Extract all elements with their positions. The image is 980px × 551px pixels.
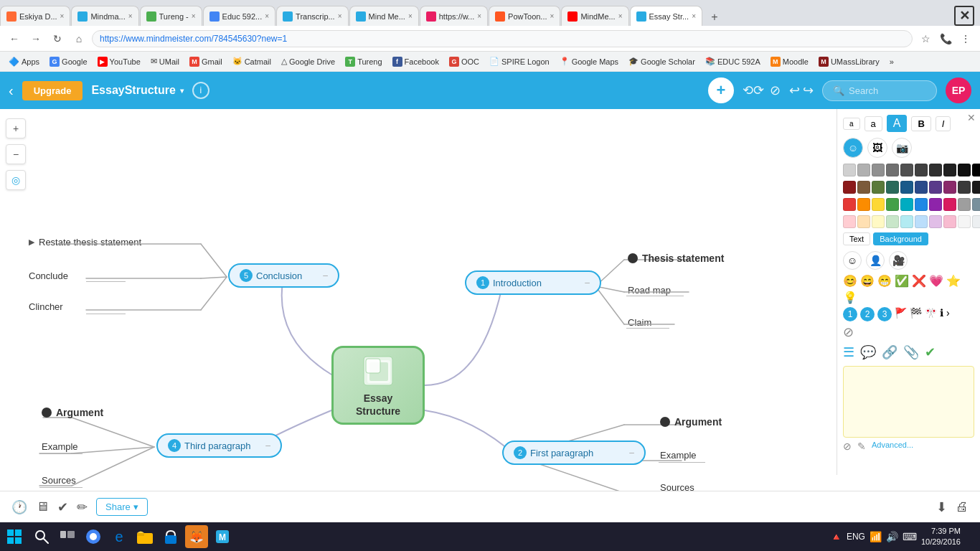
search-box[interactable]: 🔍	[822, 80, 937, 101]
note-edit-button[interactable]: ✎	[857, 441, 866, 452]
color-swatch[interactable]	[900, 164, 913, 176]
tab-educ[interactable]: Educ 592... ×	[203, 6, 276, 26]
node-expand-conclusion[interactable]: –	[323, 270, 328, 281]
address-input[interactable]	[92, 30, 913, 47]
color-swatch[interactable]	[929, 164, 942, 176]
flag-green[interactable]: 🏁	[910, 307, 922, 321]
color-swatch[interactable]	[929, 215, 942, 228]
bookmark-maps[interactable]: 📍Google Maps	[557, 55, 621, 67]
tab-tureng[interactable]: Tureng - ×	[140, 6, 202, 26]
start-button[interactable]	[0, 522, 29, 551]
color-swatch[interactable]	[915, 181, 928, 194]
tab-close-educ[interactable]: ×	[265, 12, 269, 20]
tab-transcrip[interactable]: Transcrip... ×	[276, 6, 348, 26]
num-3[interactable]: 3	[877, 307, 892, 321]
camera-icon-button[interactable]: 📷	[892, 138, 912, 158]
color-swatch[interactable]	[900, 198, 913, 211]
flag-checkered[interactable]: 🎌	[925, 307, 937, 321]
store-taskbar-button[interactable]	[159, 525, 182, 548]
color-swatch[interactable]	[915, 198, 928, 211]
tab-close-mindmap[interactable]: ×	[128, 12, 133, 20]
info-icon[interactable]: ℹ	[940, 307, 943, 321]
color-swatch[interactable]	[900, 181, 913, 194]
smiley-panel-button[interactable]: ☺	[843, 251, 862, 270]
share-mode-button[interactable]: ⟲⟳	[743, 83, 764, 98]
present-button[interactable]: ⊘	[770, 83, 781, 98]
color-swatch[interactable]	[843, 164, 856, 176]
app2-taskbar-button[interactable]: M	[211, 525, 234, 548]
info-button[interactable]: i	[192, 82, 209, 99]
node-first-paragraph[interactable]: 2 First paragraph –	[502, 441, 646, 465]
emoji-x[interactable]: ❌	[912, 274, 926, 288]
app-taskbar-button[interactable]: 🦊	[185, 525, 208, 548]
title-dropdown-arrow[interactable]: ▾	[180, 87, 184, 95]
tab-mindmap[interactable]: Mindma... ×	[71, 6, 138, 26]
emoji-smile[interactable]: 😊	[843, 274, 857, 288]
bookmark-catmail[interactable]: 🐱Catmail	[230, 55, 274, 67]
num-1[interactable]: 1	[843, 307, 857, 321]
new-tab-button[interactable]: +	[706, 9, 723, 26]
tab-close-tureng[interactable]: ×	[192, 12, 196, 20]
flag-red[interactable]: 🚩	[895, 307, 907, 321]
bookmark-tureng[interactable]: T Tureng	[342, 55, 385, 68]
tab-close-mindme2[interactable]: ×	[618, 12, 623, 20]
color-swatch[interactable]	[958, 164, 971, 176]
bookmark-youtube[interactable]: ▶ YouTube	[95, 55, 143, 68]
emoji-happy[interactable]: 😄	[860, 274, 875, 288]
color-swatch[interactable]	[972, 181, 980, 194]
tab-close-mindme[interactable]: ×	[408, 12, 413, 20]
redo-button[interactable]: ↪	[803, 83, 814, 98]
zoom-out-button[interactable]: −	[6, 144, 26, 164]
emoji-star[interactable]: ⭐	[946, 274, 961, 288]
reload-button[interactable]: ↻	[49, 30, 66, 47]
person-icon-button[interactable]: 👤	[866, 251, 885, 270]
tab-eskiya[interactable]: Eskiya D... ×	[0, 6, 70, 26]
bookmark-umail[interactable]: ✉UMail	[148, 55, 182, 67]
emoji-grin[interactable]: 😁	[877, 274, 892, 288]
video-icon-button[interactable]: 🎥	[889, 251, 908, 270]
color-swatch[interactable]	[958, 181, 971, 194]
background-mode-button[interactable]: Background	[873, 232, 928, 245]
color-swatch[interactable]	[915, 164, 928, 176]
node-expand-third-para[interactable]: –	[265, 441, 270, 451]
font-large-button[interactable]: A	[887, 115, 908, 132]
color-swatch[interactable]	[886, 181, 899, 194]
tab-essay-str[interactable]: Essay Str... ×	[630, 6, 702, 26]
font-medium-button[interactable]: a	[864, 116, 882, 131]
color-swatch[interactable]	[929, 198, 942, 211]
bookmark-google[interactable]: G Google	[47, 55, 90, 68]
color-swatch[interactable]	[857, 198, 870, 211]
text-mode-button[interactable]: Text	[843, 232, 870, 245]
upgrade-button[interactable]: Upgrade	[22, 81, 83, 100]
color-swatch[interactable]	[958, 198, 971, 211]
tab-powtoon[interactable]: PowToon... ×	[489, 6, 560, 26]
bookmark-umasslibrary[interactable]: M UMassLibrary	[816, 55, 882, 68]
pen-button[interactable]: ✏	[77, 499, 88, 515]
note-area[interactable]	[843, 366, 974, 438]
emoji-check[interactable]: ✅	[895, 274, 909, 288]
node-third-paragraph[interactable]: 4 Third paragraph –	[156, 433, 282, 458]
history-button[interactable]: 🕐	[11, 499, 27, 515]
color-swatch[interactable]	[872, 181, 885, 194]
download-button[interactable]: ⬇	[936, 499, 947, 515]
home-button[interactable]: ⌂	[70, 30, 88, 47]
color-swatch[interactable]	[886, 198, 899, 211]
edge-taskbar-button[interactable]: e	[108, 525, 131, 548]
bookmark-educ[interactable]: 📚EDUC 592A	[702, 55, 763, 67]
bookmark-scholar[interactable]: 🎓Google Scholar	[626, 55, 698, 67]
tab-https[interactable]: https://w... ×	[420, 6, 488, 26]
more-emojis[interactable]: ›	[946, 307, 950, 321]
add-node-button[interactable]: +	[708, 77, 734, 103]
color-swatch[interactable]	[843, 181, 856, 194]
list-action-button[interactable]: ☰	[843, 344, 854, 360]
back-button-app[interactable]: ‹	[9, 83, 14, 99]
tab-close-powtoon[interactable]: ×	[550, 12, 555, 20]
forward-button[interactable]: →	[27, 30, 44, 47]
color-swatch[interactable]	[857, 215, 870, 228]
center-map-button[interactable]: ◎	[6, 170, 26, 190]
chrome-taskbar-button[interactable]	[82, 525, 105, 548]
check-button[interactable]: ✔	[57, 499, 68, 515]
wifi-tray-icon[interactable]: 📶	[870, 531, 882, 542]
color-swatch[interactable]	[943, 181, 956, 194]
image-icon-button[interactable]: 🖼	[867, 138, 887, 158]
